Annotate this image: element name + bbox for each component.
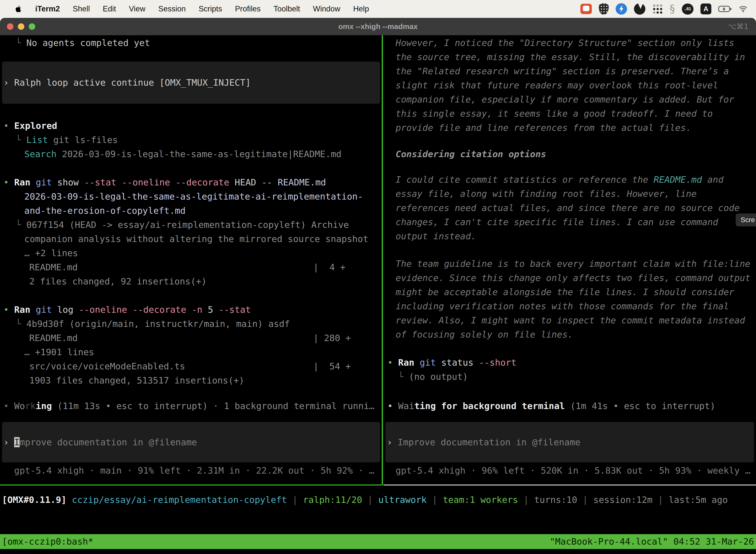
- terminal-line: evidence. Since this change only affects…: [396, 271, 750, 285]
- right-pane: › Improve documentation in @filename How…: [383, 35, 756, 485]
- terminal-line: src/voice/voiceModeEnabled.ts: [29, 359, 185, 373]
- battery-icon[interactable]: [718, 5, 732, 12]
- iterm-window: omx --xhigh --madmax ⌥⌘1 › Ralph loop ac…: [0, 18, 756, 554]
- terminal-line: • Working (11m 13s • esc to interrupt) ·…: [3, 399, 375, 413]
- terminal-line: gpt-5.4 xhigh · 96% left · 520K in · 5.8…: [396, 463, 750, 478]
- pane-divider[interactable]: [382, 35, 383, 485]
- left-pane: › Ralph loop active continue [OMX_TMUX_I…: [0, 35, 382, 485]
- terminal-line: the "Related research writing" section i…: [396, 64, 729, 78]
- terminal-line: companion analysis without altering the …: [24, 232, 368, 246]
- terminal-line: gpt-5.4 xhigh · main · 91% left · 2.31M …: [14, 463, 374, 478]
- terminal-line: including verification notes with those …: [396, 299, 729, 313]
- terminal-line: 1903 files changed, 513517 insertions(+): [29, 373, 244, 387]
- terminal-line: • Waiting for background terminal (1m 41…: [387, 399, 715, 413]
- battery-percent-badge-icon[interactable]: ..61: [682, 3, 693, 15]
- terminal-line: … +1901 lines: [24, 345, 94, 359]
- squiggle-icon[interactable]: §: [670, 3, 675, 15]
- keyboard-layout-icon[interactable]: A: [700, 3, 711, 14]
- tmux-session-name: [omx-cczip0:bash*: [2, 534, 93, 549]
- terminal-line: 2026-03-09-is-legal-the-same-as-legitima…: [24, 189, 363, 204]
- terminal-line: output instead.: [396, 229, 476, 243]
- menu-item-edit[interactable]: Edit: [103, 4, 116, 13]
- terminal-line: └ List git ls-files: [16, 133, 118, 147]
- menu-item-help[interactable]: Help: [353, 4, 369, 13]
- active-pane-border: [0, 485, 382, 486]
- tab-shortcut-badge: ⌥⌘1: [728, 18, 749, 35]
- titlebar: omx --xhigh --madmax ⌥⌘1: [0, 18, 756, 35]
- terminal-line: companion file, especially if more comme…: [396, 92, 734, 107]
- screen-share-tooltip: Scre: [736, 214, 756, 226]
- terminal-line: • Ran git log --oneline --decorate -n 5 …: [3, 302, 251, 317]
- terminal-line: README.md: [29, 260, 78, 274]
- terminal-line: of focusing solely on file lines.: [396, 327, 573, 341]
- omx-status-line: [OMX#0.11.9] cczip/essay/ai-reimplementa…: [2, 493, 728, 507]
- menu-item-view[interactable]: View: [129, 4, 145, 13]
- terminal-line: might be acceptable alongside the file l…: [396, 285, 734, 299]
- tmux-status-bar: [omx-cczip0:bash* "MacBook-Pro-44.local"…: [0, 534, 756, 549]
- terminal-line: references need actual files, and since …: [396, 201, 740, 215]
- terminal-line: 2 files changed, 92 insertions(+): [29, 274, 207, 288]
- menu-item-iterm2[interactable]: iTerm2: [35, 4, 60, 13]
- terminal-line: Considering citation options: [396, 147, 546, 161]
- inactive-pane-border: [383, 485, 756, 486]
- menubar: iTerm2 Shell Edit View Session Scripts P…: [0, 0, 756, 18]
- terminal-line: I could cite commit statistics or refere…: [396, 172, 723, 187]
- prompt-input-right-text: › Improve documentation in @filename: [387, 435, 580, 449]
- window-title: omx --xhigh --madmax: [0, 18, 756, 35]
- bolt-app-icon[interactable]: [616, 3, 627, 15]
- menu-item-session[interactable]: Session: [158, 4, 186, 13]
- terminal-line: slight risk that future readers may over…: [396, 78, 718, 92]
- terminal: › Ralph loop active continue [OMX_TMUX_I…: [0, 35, 756, 486]
- menu-item-scripts[interactable]: Scripts: [199, 4, 222, 13]
- terminal-line: However, I noticed the "Directory Struct…: [396, 36, 734, 50]
- menu-items: iTerm2 Shell Edit View Session Scripts P…: [0, 4, 369, 14]
- terminal-line: … +2 lines: [24, 246, 78, 260]
- terminal-line: changes, I can't cite specific file line…: [396, 215, 718, 229]
- menu-item-shell[interactable]: Shell: [73, 4, 90, 13]
- terminal-line: provide file and line references from th…: [396, 121, 691, 135]
- terminal-line: README.md: [29, 331, 78, 345]
- apple-icon[interactable]: [14, 4, 22, 14]
- terminal-line: └ 067f154 (HEAD -> essay/ai-reimplementa…: [16, 218, 349, 232]
- prompt-input-right[interactable]: › Improve documentation in @filename: [385, 422, 754, 462]
- terminal-line: • Ran git show --stat --oneline --decora…: [3, 175, 326, 189]
- dots-grid-icon[interactable]: [652, 4, 663, 14]
- terminal-line: └ No agents completed yet: [16, 36, 150, 50]
- terminal-line: this single essay, it seems like a good …: [396, 107, 713, 121]
- terminal-line: review. Also, I might want to inspect th…: [396, 313, 745, 327]
- menu-item-profiles[interactable]: Profiles: [235, 4, 260, 13]
- terminal-line: | 4 +: [313, 260, 345, 274]
- terminal-line: essay file, along with finding root file…: [396, 187, 697, 201]
- inject-prompt-text: › Ralph loop active continue [OMX_TMUX_I…: [3, 75, 251, 90]
- tmux-host-clock: "MacBook-Pro-44.local" 04:52 31-Mar-26: [550, 534, 754, 549]
- terminal-line: • Explored: [3, 119, 57, 133]
- prompt-input-left[interactable]: › Improve documentation in @filename: [2, 422, 380, 462]
- menu-item-toolbelt[interactable]: Toolbelt: [273, 4, 300, 13]
- assistant-app-icon[interactable]: [634, 3, 645, 15]
- terminal-line: and-the-erosion-of-copyleft.md: [24, 204, 186, 218]
- wifi-icon[interactable]: [739, 5, 748, 12]
- terminal-line: the source tree, missing the essay. Stil…: [396, 50, 745, 64]
- terminal-line: The team guideline is to back every impo…: [396, 257, 750, 271]
- terminal-line: └ 4b9d30f (origin/main, instructkr/main,…: [16, 317, 290, 331]
- prompt-input-left-text: › Improve documentation in @filename: [3, 435, 197, 449]
- terminal-line: Search 2026-03-09-is-legal-the-same-as-l…: [24, 147, 341, 161]
- terminal-line: | 280 +: [313, 331, 351, 345]
- screen-recording-icon[interactable]: [580, 4, 592, 14]
- privacy-shield-icon[interactable]: [599, 3, 609, 15]
- menu-item-window[interactable]: Window: [313, 4, 340, 13]
- menubar-status-icons: § ..61 A: [580, 3, 756, 15]
- terminal-line: | 54 +: [313, 359, 351, 373]
- terminal-line: • Ran git status --short: [387, 355, 516, 370]
- inject-prompt-box[interactable]: › Ralph loop active continue [OMX_TMUX_I…: [2, 62, 380, 104]
- terminal-line: └ (no output): [398, 370, 468, 384]
